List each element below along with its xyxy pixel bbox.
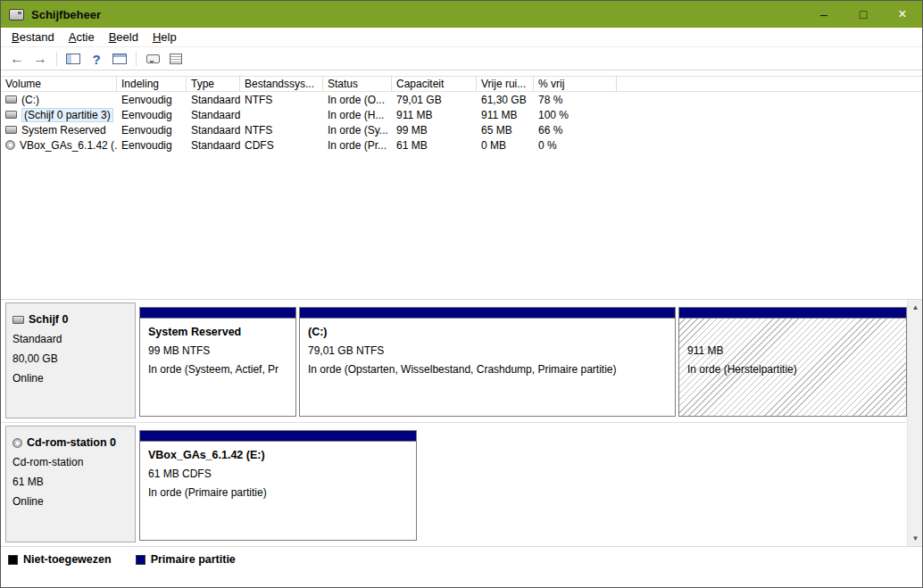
cell-capaciteit: 79,01 GB: [392, 94, 477, 106]
column-header-status[interactable]: Status: [323, 77, 392, 91]
cell-type: Standaard: [187, 124, 240, 137]
cell-bestandssysteem: CDFS: [240, 139, 323, 152]
partition-title: VBox_GAs_6.1.42 (E:): [148, 449, 408, 468]
partition-color-bar: [300, 308, 675, 319]
column-header-indeling[interactable]: Indeling: [117, 77, 187, 91]
window-title: Schijfbeheer: [31, 8, 101, 21]
cell-indeling: Eenvoudig: [117, 109, 187, 121]
titlebar: Schijfbeheer – □ ×: [1, 1, 922, 28]
legend-label: Primaire partitie: [151, 553, 236, 566]
console-tree-icon: [66, 54, 80, 64]
forward-icon: →: [33, 52, 47, 66]
volume-disk-icon: [5, 126, 17, 134]
partition-color-bar: [140, 431, 416, 442]
partition-title: System Reserved: [148, 326, 287, 344]
maximize-button[interactable]: □: [844, 1, 883, 28]
volume-table-header: Volume Indeling Type Bestandssys... Stat…: [1, 76, 922, 92]
column-header-pct-vrij[interactable]: % vrij: [534, 77, 617, 91]
help-button[interactable]: ?: [86, 49, 107, 69]
window-controls: – □ ×: [804, 1, 922, 28]
partition-c[interactable]: (C:) 79,01 GB NTFS In orde (Opstarten, W…: [299, 307, 676, 417]
volume-name: VBox_GAs_6.1.42 (...: [20, 139, 117, 152]
cell-capaciteit: 99 MB: [392, 124, 477, 137]
column-header-bestandssysteem[interactable]: Bestandssys...: [240, 77, 323, 91]
forward-button[interactable]: →: [29, 49, 51, 69]
column-header-capaciteit[interactable]: Capaciteit: [392, 77, 477, 91]
action-pane-icon: [146, 54, 160, 63]
column-header-volume[interactable]: Volume: [1, 77, 117, 91]
disk-name: Cd-rom-station 0: [27, 436, 116, 449]
disk-icon: [12, 316, 24, 324]
disk-row-cdrom-0: Cd-rom-station 0 Cd-rom-station 61 MB On…: [1, 423, 922, 546]
cell-pct-vrij: 0 %: [534, 139, 617, 152]
cell-vrije-ruimte: 911 MB: [477, 109, 534, 121]
volume-name: (Schijf 0 partitie 3): [21, 108, 113, 122]
cell-bestandssysteem: NTFS: [240, 124, 323, 137]
disk-management-window: Schijfbeheer – □ × Bestand Actie Beeld H…: [0, 0, 923, 588]
cell-indeling: Eenvoudig: [117, 124, 187, 137]
volume-cd-icon: [5, 140, 15, 150]
volume-list-pane: Volume Indeling Type Bestandssys... Stat…: [1, 70, 922, 299]
console-tree-button[interactable]: [62, 49, 84, 69]
properties-button[interactable]: [165, 49, 187, 69]
table-row-vbox-gas[interactable]: VBox_GAs_6.1.42 (... Eenvoudig Standaard…: [1, 137, 922, 153]
cell-type: Standaard: [187, 94, 240, 106]
volume-list-icon: [112, 54, 127, 64]
partition-status: In orde (Systeem, Actief, Pr: [148, 363, 287, 382]
table-row-c[interactable]: (C:) Eenvoudig Standaard NTFS In orde (O…: [1, 92, 922, 107]
disk-info-cdrom-0[interactable]: Cd-rom-station 0 Cd-rom-station 61 MB On…: [5, 426, 136, 542]
action-pane-button[interactable]: [142, 49, 163, 69]
cell-indeling: Eenvoudig: [117, 139, 187, 152]
disk-info-schijf-0[interactable]: Schijf 0 Standaard 80,00 GB Online: [5, 302, 136, 418]
cell-status: In orde (Sy...: [323, 124, 392, 137]
disk-size: 80,00 GB: [12, 352, 129, 365]
partition-system-reserved[interactable]: System Reserved 99 MB NTFS In orde (Syst…: [139, 307, 296, 417]
legend-label: Niet-toegewezen: [23, 553, 112, 566]
table-row-system-reserved[interactable]: System Reserved Eenvoudig Standaard NTFS…: [1, 122, 922, 137]
legend: Niet-toegewezen Primaire partitie: [1, 548, 922, 571]
cell-status: In orde (O...: [323, 94, 392, 106]
menu-help[interactable]: Help: [146, 29, 184, 46]
column-header-type[interactable]: Type: [187, 77, 240, 91]
column-header-filler: [617, 77, 922, 91]
app-icon: [9, 9, 24, 21]
cd-icon: [12, 438, 22, 448]
cell-type: Standaard: [187, 109, 240, 121]
vertical-scrollbar[interactable]: ▲ ▼: [907, 300, 922, 546]
cell-pct-vrij: 78 %: [534, 94, 617, 106]
menu-bestand[interactable]: Bestand: [4, 29, 62, 46]
partition-vbox-gas[interactable]: VBox_GAs_6.1.42 (E:) 61 MB CDFS In orde …: [139, 430, 417, 541]
back-button[interactable]: ←: [6, 49, 28, 69]
partition-size: 79,01 GB NTFS: [308, 344, 667, 363]
volume-list-view-button[interactable]: [109, 49, 130, 69]
close-button[interactable]: ×: [883, 1, 922, 28]
cell-bestandssysteem: NTFS: [240, 94, 323, 106]
disk-name: Schijf 0: [29, 313, 68, 326]
volume-disk-icon: [5, 95, 17, 104]
volume-disk-icon: [5, 111, 17, 119]
cell-pct-vrij: 66 %: [534, 124, 617, 137]
scroll-down-icon[interactable]: ▼: [908, 531, 923, 546]
disk-status: Online: [12, 372, 129, 385]
cell-vrije-ruimte: 61,30 GB: [477, 94, 534, 106]
cell-indeling: Eenvoudig: [117, 94, 187, 106]
legend-item-primary-partition: Primaire partitie: [136, 553, 236, 566]
partition-status: In orde (Primaire partitie): [148, 486, 408, 505]
cell-status: In orde (Pr...: [323, 139, 392, 152]
partition-title: (C:): [308, 326, 667, 344]
scroll-up-icon[interactable]: ▲: [908, 300, 923, 315]
unallocated-swatch: [8, 555, 18, 565]
cell-capaciteit: 911 MB: [392, 109, 477, 121]
volume-name: (C:): [21, 94, 39, 106]
cell-vrije-ruimte: 65 MB: [477, 124, 534, 137]
menu-beeld[interactable]: Beeld: [102, 29, 146, 46]
table-row-schijf0-partitie3[interactable]: (Schijf 0 partitie 3) Eenvoudig Standaar…: [1, 107, 922, 122]
toolbar: ← → ?: [1, 48, 922, 70]
partition-recovery[interactable]: 911 MB In orde (Herstelpartitie): [678, 307, 907, 417]
minimize-button[interactable]: –: [804, 1, 844, 28]
properties-icon: [170, 54, 182, 64]
column-header-vrije-ruimte[interactable]: Vrije rui...: [477, 77, 534, 91]
disk-size: 61 MB: [12, 476, 129, 488]
disk-type: Standaard: [12, 333, 129, 345]
menu-actie[interactable]: Actie: [62, 29, 102, 46]
